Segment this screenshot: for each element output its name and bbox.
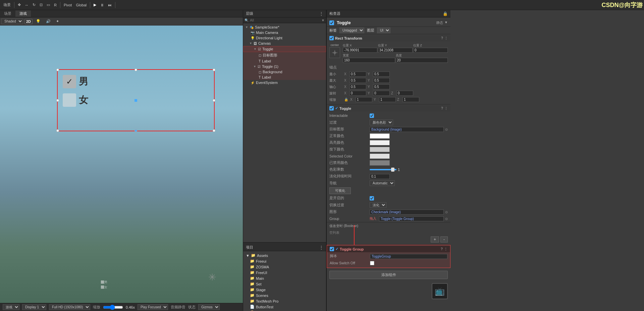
hierarchy-search[interactable] xyxy=(250,18,320,22)
tg-info-icon[interactable]: ? xyxy=(441,247,443,251)
graphic-ref[interactable]: Checkmark (Image) xyxy=(370,210,444,215)
remove-event-btn[interactable]: - xyxy=(440,236,448,242)
anchor-max-y[interactable] xyxy=(373,78,390,83)
proj-main[interactable]: 📁 Main xyxy=(243,275,326,281)
anchor-max-x[interactable] xyxy=(350,78,366,83)
rect-transform-header[interactable]: Rect Transform ? ⋮ xyxy=(327,35,450,41)
audio-btn[interactable]: 🔊 xyxy=(44,18,53,24)
scale-z-input[interactable] xyxy=(402,97,419,102)
allow-switch-off-cb[interactable] xyxy=(370,261,374,265)
hier-item-dirlight[interactable]: 💡 Directional Light xyxy=(243,35,326,41)
pivot-btn[interactable]: Pivot xyxy=(62,2,74,8)
color-multiplier-slider[interactable] xyxy=(370,169,396,170)
anchor-icon[interactable] xyxy=(329,47,340,58)
scene-view[interactable]: ✓ 男 女 ✳ ⬜男 ⬜女 xyxy=(0,26,243,303)
scale-slider[interactable] xyxy=(103,305,123,310)
proj-textmesh[interactable]: 📁 TextMesh Pro xyxy=(243,298,326,304)
project-menu-btn[interactable]: ⋮ xyxy=(319,245,323,250)
tg-settings-icon[interactable]: ⋮ xyxy=(444,247,447,251)
tool-hand[interactable]: ✥ xyxy=(16,2,23,8)
width-input[interactable] xyxy=(343,58,395,63)
fade-duration-input[interactable] xyxy=(370,174,390,179)
tool-move[interactable]: ↔ xyxy=(23,2,31,8)
rot-z-input[interactable] xyxy=(396,91,413,96)
tool-rotate[interactable]: ↻ xyxy=(31,2,38,8)
play-btn[interactable]: ▶ xyxy=(92,2,98,8)
proj-assets[interactable]: ▼ 📁 Assets xyxy=(243,253,326,258)
proj-freeui2[interactable]: 📁 FreeUI xyxy=(243,270,326,275)
proj-set[interactable]: 📁 Set xyxy=(243,281,326,287)
scale-x-input[interactable] xyxy=(356,97,372,102)
hier-item-canvas[interactable]: ▼ 🖼 Canvas xyxy=(243,41,326,46)
lock-scale-icon[interactable]: 🔒 xyxy=(344,98,348,101)
toggle-settings-icon[interactable]: ⋮ xyxy=(444,106,448,110)
graphic-dot[interactable]: ⊙ xyxy=(445,210,448,214)
tg-script-ref[interactable]: ToggleGroup xyxy=(370,254,447,259)
info-icon[interactable]: ? xyxy=(441,36,443,40)
hier-item-maincamera[interactable]: 📷 Main Camera xyxy=(243,30,326,35)
play-focused-select[interactable]: Play Focused xyxy=(138,304,168,310)
hier-item-label[interactable]: T Label xyxy=(243,58,326,64)
posz-input[interactable] xyxy=(413,48,448,53)
add-component-btn[interactable]: 添加组件 xyxy=(329,271,448,279)
light-btn[interactable]: 💡 xyxy=(34,18,43,24)
visualize-btn[interactable]: 可视化 xyxy=(329,187,351,194)
proj-buttontest[interactable]: 📄 ButtonTest xyxy=(243,304,326,310)
toggle-female-box[interactable] xyxy=(63,93,76,107)
proj-scenes[interactable]: 📁 Scenes xyxy=(243,293,326,298)
gizmos-select[interactable]: Gizmos xyxy=(198,304,220,310)
rot-x-input[interactable] xyxy=(350,91,366,96)
resolution-select[interactable]: Full HD (1920x1080) xyxy=(49,304,90,310)
toggle-group-enabled-cb[interactable] xyxy=(330,247,334,251)
2d-btn[interactable]: 2D xyxy=(24,19,33,24)
is-on-cb[interactable] xyxy=(370,196,374,201)
hier-item-background1[interactable]: ◻ Background xyxy=(243,69,326,75)
hier-item-eventsystem[interactable]: ⚡ EventSystem xyxy=(243,80,326,85)
rot-y-input[interactable] xyxy=(373,91,390,96)
target-graphic-ref[interactable]: Background (Image) xyxy=(370,127,444,132)
highlight-color-swatch[interactable] xyxy=(370,140,390,145)
transition-select[interactable]: 颜色色彩 xyxy=(370,120,393,125)
toggle-enabled-cb[interactable] xyxy=(329,106,334,110)
proj-zosma[interactable]: 📁 ZOSMA xyxy=(243,264,326,270)
hier-item-toggle1[interactable]: ▼ ☑ Toggle (1) xyxy=(243,64,326,69)
toggle-component-header[interactable]: ✓ Toggle ? ⋮ xyxy=(327,105,450,112)
fx-btn[interactable]: ✦ xyxy=(54,18,61,24)
settings-icon[interactable]: ⋮ xyxy=(444,36,448,40)
anchor-min-x[interactable] xyxy=(350,72,366,77)
toggle-transition-select[interactable]: 淡化 xyxy=(370,202,386,208)
posy-input[interactable] xyxy=(378,48,413,53)
pressed-color-swatch[interactable] xyxy=(370,147,390,152)
target-graphic-dot[interactable]: ⊙ xyxy=(445,128,448,131)
tag-select[interactable]: Untagged xyxy=(339,28,364,33)
csdn-video-badge[interactable]: 📺 xyxy=(432,283,448,299)
anchor-min-y[interactable] xyxy=(373,72,390,77)
proj-packages[interactable]: ▶ 📦 Packages xyxy=(243,310,326,311)
shading-mode-select[interactable]: Shaded xyxy=(1,18,23,24)
normal-color-swatch[interactable] xyxy=(370,133,390,139)
scene-tab[interactable]: 场景 xyxy=(1,2,13,8)
game-tab-btn[interactable]: 游戏 xyxy=(15,10,31,17)
inspector-lock-btn[interactable]: 🔒 xyxy=(443,11,448,16)
group-ref[interactable]: Toggle (Toggle Group) xyxy=(379,216,444,221)
add-event-btn[interactable]: + xyxy=(431,236,439,242)
pivot-x-input[interactable] xyxy=(350,84,366,89)
rect-transform-enabled[interactable] xyxy=(329,36,334,40)
selected-color-swatch[interactable] xyxy=(370,153,390,159)
height-input[interactable] xyxy=(396,58,448,63)
proj-stage[interactable]: 📁 Stage xyxy=(243,287,326,293)
toggle-male-box[interactable]: ✓ xyxy=(63,75,76,88)
scene-tab-btn[interactable]: 场景 xyxy=(0,10,15,17)
hier-item-label1[interactable]: T Label xyxy=(243,75,326,80)
game-select[interactable]: 游戏 xyxy=(3,304,19,310)
scale-y-input[interactable] xyxy=(379,97,396,102)
pause-btn[interactable]: ⏸ xyxy=(98,2,106,8)
global-btn[interactable]: Global xyxy=(74,2,89,8)
hier-item-background[interactable]: ◻ 目标图形 xyxy=(243,52,326,58)
navigation-select[interactable]: Automatic xyxy=(370,180,395,186)
object-active-checkbox[interactable] xyxy=(329,20,334,25)
tool-scale[interactable]: ⊡ xyxy=(38,2,45,8)
tool-rect[interactable]: ▭ xyxy=(45,2,52,8)
interactable-cb[interactable] xyxy=(370,114,374,118)
hier-item-samplescene[interactable]: ▼ 🎭 SampleScene* xyxy=(243,25,326,30)
